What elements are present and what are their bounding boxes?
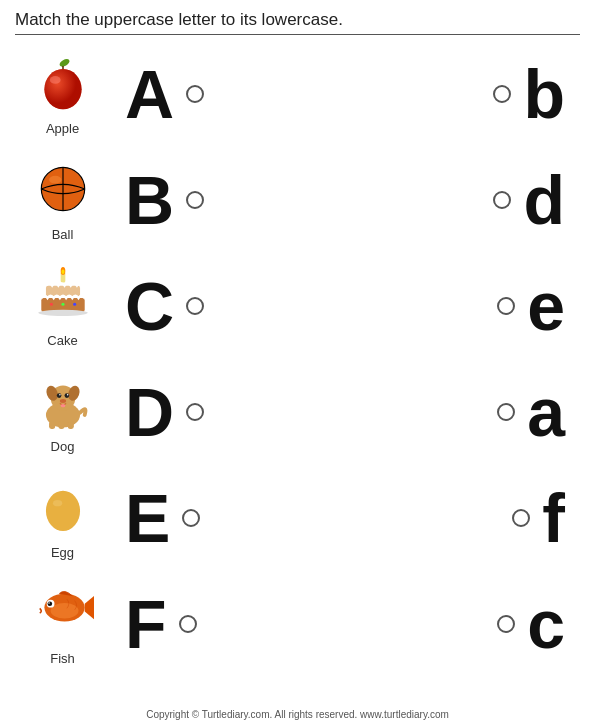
lowercase-letter-cake: e bbox=[527, 272, 565, 340]
svg-point-8 bbox=[49, 176, 61, 184]
radio-lowercase-dog[interactable] bbox=[497, 403, 515, 421]
radio-uppercase-apple[interactable] bbox=[186, 85, 204, 103]
lowercase-col-apple: b bbox=[450, 60, 580, 128]
lowercase-letter-dog: a bbox=[527, 378, 565, 446]
svg-point-24 bbox=[59, 394, 61, 396]
lowercase-col-fish: c bbox=[450, 590, 580, 658]
image-col-fish: Fish bbox=[15, 582, 110, 666]
lowercase-col-cake: e bbox=[450, 272, 580, 340]
radio-uppercase-cake[interactable] bbox=[186, 297, 204, 315]
apple-icon bbox=[32, 52, 94, 118]
image-col-cake: Cake bbox=[15, 264, 110, 348]
image-label-apple: Apple bbox=[46, 121, 79, 136]
cake-icon bbox=[32, 264, 94, 330]
row-egg: Egg E f bbox=[15, 465, 580, 571]
radio-uppercase-egg[interactable] bbox=[182, 509, 200, 527]
uppercase-letter-dog: D bbox=[125, 378, 174, 446]
svg-marker-33 bbox=[84, 596, 93, 619]
uppercase-col-cake: C bbox=[110, 272, 240, 340]
lowercase-col-ball: d bbox=[450, 166, 580, 234]
page: Match the uppercase letter to its lowerc… bbox=[0, 0, 595, 725]
uppercase-col-dog: D bbox=[110, 378, 240, 446]
fish-icon bbox=[32, 582, 94, 648]
lowercase-letter-egg: f bbox=[542, 484, 565, 552]
image-label-egg: Egg bbox=[51, 545, 74, 560]
svg-rect-30 bbox=[67, 421, 73, 429]
svg-point-14 bbox=[38, 310, 88, 316]
row-cake: Cake C e bbox=[15, 253, 580, 359]
uppercase-col-ball: B bbox=[110, 166, 240, 234]
radio-lowercase-egg[interactable] bbox=[512, 509, 530, 527]
radio-lowercase-apple[interactable] bbox=[493, 85, 511, 103]
row-apple: Apple A b bbox=[15, 41, 580, 147]
radio-lowercase-cake[interactable] bbox=[497, 297, 515, 315]
svg-point-37 bbox=[47, 601, 52, 606]
row-ball: Ball B d bbox=[15, 147, 580, 253]
radio-uppercase-fish[interactable] bbox=[179, 615, 197, 633]
uppercase-letter-egg: E bbox=[125, 484, 170, 552]
svg-point-27 bbox=[60, 404, 65, 407]
svg-point-16 bbox=[61, 303, 64, 306]
svg-point-4 bbox=[49, 76, 60, 84]
radio-lowercase-fish[interactable] bbox=[497, 615, 515, 633]
uppercase-col-fish: F bbox=[110, 590, 240, 658]
ball-icon bbox=[32, 158, 94, 224]
uppercase-col-apple: A bbox=[110, 60, 240, 128]
image-col-dog: Dog bbox=[15, 370, 110, 454]
svg-point-35 bbox=[50, 603, 78, 619]
image-label-cake: Cake bbox=[47, 333, 77, 348]
lowercase-letter-ball: d bbox=[523, 166, 565, 234]
lowercase-col-egg: f bbox=[450, 484, 580, 552]
image-label-ball: Ball bbox=[52, 227, 74, 242]
svg-point-32 bbox=[52, 500, 61, 506]
rows-container: Apple A b Ball B d bbox=[15, 41, 580, 677]
dog-icon bbox=[32, 370, 94, 436]
svg-point-22 bbox=[56, 393, 61, 398]
egg-icon bbox=[32, 476, 94, 542]
image-col-egg: Egg bbox=[15, 476, 110, 560]
svg-point-31 bbox=[45, 491, 79, 531]
svg-point-26 bbox=[59, 399, 65, 403]
svg-point-25 bbox=[66, 394, 68, 396]
radio-uppercase-dog[interactable] bbox=[186, 403, 204, 421]
page-title: Match the uppercase letter to its lowerc… bbox=[15, 10, 580, 35]
svg-point-38 bbox=[48, 602, 50, 604]
uppercase-letter-cake: C bbox=[125, 272, 174, 340]
svg-point-11 bbox=[61, 269, 64, 274]
svg-point-15 bbox=[49, 303, 52, 306]
lowercase-letter-apple: b bbox=[523, 60, 565, 128]
svg-rect-28 bbox=[49, 421, 55, 429]
lowercase-letter-fish: c bbox=[527, 590, 565, 658]
image-label-fish: Fish bbox=[50, 651, 75, 666]
radio-lowercase-ball[interactable] bbox=[493, 191, 511, 209]
uppercase-letter-fish: F bbox=[125, 590, 167, 658]
footer: Copyright © Turtlediary.com. All rights … bbox=[0, 709, 595, 720]
svg-point-0 bbox=[58, 57, 70, 68]
svg-point-3 bbox=[44, 69, 81, 109]
uppercase-col-egg: E bbox=[110, 484, 240, 552]
radio-uppercase-ball[interactable] bbox=[186, 191, 204, 209]
image-label-dog: Dog bbox=[51, 439, 75, 454]
row-fish: Fish F c bbox=[15, 571, 580, 677]
image-col-apple: Apple bbox=[15, 52, 110, 136]
uppercase-letter-apple: A bbox=[125, 60, 174, 128]
svg-point-23 bbox=[64, 393, 69, 398]
image-col-ball: Ball bbox=[15, 158, 110, 242]
svg-point-17 bbox=[73, 303, 76, 306]
svg-rect-29 bbox=[58, 421, 64, 429]
lowercase-col-dog: a bbox=[450, 378, 580, 446]
uppercase-letter-ball: B bbox=[125, 166, 174, 234]
row-dog: Dog D a bbox=[15, 359, 580, 465]
